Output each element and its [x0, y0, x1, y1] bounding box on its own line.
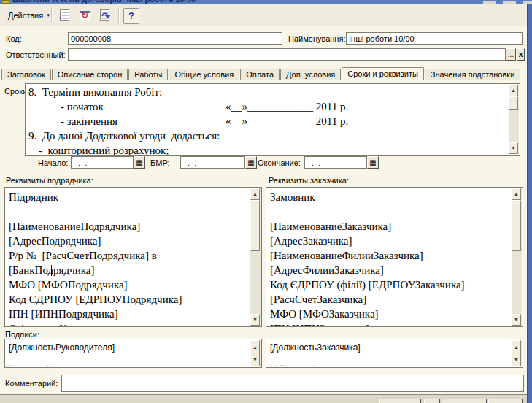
text-line: ІПН [ИПНЗаказчика] [270, 323, 511, 327]
text-line: [РасчСчетЗаказчика] [270, 293, 511, 308]
start-date-label: Начало: [38, 158, 68, 167]
comment-input[interactable] [61, 375, 524, 392]
tab-bar: Заголовок Описание сторон Работы Общие у… [1, 67, 521, 80]
app-screen: Шаблони текстів договорів: Інші роботи 1… [0, 0, 532, 403]
tab-opisanie-storon[interactable]: Описание сторон [52, 69, 128, 80]
forward-arrow-icon: ↷ [101, 10, 110, 22]
signature-left-scrollbar[interactable]: ▲ ▼ [250, 340, 261, 366]
terms-line: - закінчення [61, 115, 117, 128]
terms-scrollbar[interactable]: ▲ ▼ [509, 85, 519, 154]
signatures-label: Подписи: [5, 330, 39, 339]
end-calendar-icon[interactable]: ▦ [367, 156, 379, 169]
actions-menu-button[interactable]: Действия▼ [3, 8, 55, 23]
scroll-up-icon[interactable]: ▲ [509, 85, 518, 96]
start-calendar-icon[interactable]: ▦ [134, 156, 145, 169]
end-date-input[interactable]: . . [304, 156, 367, 169]
signature-right-scrollbar[interactable]: ▲ ▼ [512, 340, 522, 366]
text-line: . . .. — . [270, 358, 315, 368]
text-line: Свідоцтво № [9, 323, 250, 327]
terms-textarea[interactable]: 8. Терміни виконання Робіт: - початок«__… [25, 83, 520, 156]
write-button[interactable]: ↷ [96, 7, 113, 24]
name-input[interactable]: Інші роботи 10/90 [346, 32, 523, 45]
scroll-down-icon[interactable]: ▼ [250, 353, 260, 366]
end-date-label: Окончание: [258, 158, 301, 167]
scroll-down-icon[interactable]: ▼ [250, 314, 260, 326]
tab-obschie-usloviya[interactable]: Общие условия [169, 69, 239, 80]
text-caret [51, 265, 52, 276]
text-line: [НаименованиеПодрядчика] [9, 220, 250, 235]
comment-label: Комментарий: [5, 379, 58, 388]
tab-znacheniya-podstanovki[interactable]: Значения подстановки [425, 69, 520, 80]
code-label: Код: [6, 34, 22, 43]
toolbar: Действия▼ ← ↻ ↷ ? [0, 4, 527, 26]
clear-button[interactable]: x [517, 48, 525, 61]
terms-line-right: «__»____________ 2011 р. [225, 101, 348, 113]
text-line: [АдресПодрядчика] [9, 235, 250, 250]
terms-line: - початок [61, 101, 104, 113]
toolbar-separator [118, 8, 120, 23]
customer-requisites-label: Реквизиты заказчика: [269, 176, 349, 185]
text-line: [ДолжностьРуководителя] [9, 342, 115, 353]
text-line: [ДолжностьЗаказчика] [270, 342, 361, 353]
customer-textarea[interactable]: Замовник [НаименованиеЗаказчика] [АдресЗ… [266, 187, 523, 327]
scroll-up-icon[interactable]: ▲ [512, 188, 521, 200]
scroll-down-icon[interactable]: ▼ [512, 314, 521, 326]
app-icon [1, 0, 9, 4]
text-line: Підрядник [9, 191, 250, 206]
customer-text: Замовник [НаименованиеЗаказчика] [АдресЗ… [270, 191, 511, 327]
text-line: Код ЄДРПОУ [ЕДРПОУПодрядчика] [9, 293, 250, 308]
text-line: ..— . [9, 358, 49, 368]
code-input[interactable]: 000000008 [68, 32, 282, 45]
contractor-textarea[interactable]: Підрядник [НаименованиеПодрядчика] [Адре… [4, 187, 262, 327]
text-line: [АдресЗаказчика] [270, 235, 511, 250]
scroll-thumb[interactable] [512, 200, 521, 251]
start-date-input[interactable]: . . [71, 156, 134, 169]
customer-scrollbar[interactable]: ▲ ▼ [512, 188, 522, 326]
choose-button[interactable]: ... [506, 48, 516, 61]
scroll-thumb[interactable] [509, 96, 518, 110]
save-button[interactable]: Записать [442, 399, 487, 403]
tab-raboty[interactable]: Работы [128, 69, 168, 80]
go-back-button[interactable]: ← [55, 7, 73, 24]
contractor-requisites-label: Реквизиты подрядчика: [6, 176, 93, 185]
help-icon: ? [123, 8, 139, 24]
scroll-up-icon[interactable]: ▲ [250, 188, 260, 200]
tab-sroki-i-rekvizity[interactable]: Сроки и реквизиты [342, 67, 424, 80]
text-line: МФО [МФОЗаказчика] [270, 308, 511, 323]
reread-button[interactable]: ↻ [76, 7, 93, 24]
terms-line: - кошторисний розрахунок; [39, 145, 169, 156]
bmr-date-input[interactable]: . . [180, 156, 245, 169]
bmr-calendar-icon[interactable]: ▦ [245, 156, 257, 169]
text-line: Р/р № [РасчСчетПодрядчика] в [9, 250, 250, 264]
signature-right-textarea[interactable]: [ДолжностьЗаказчика] . . .. — . ▲ ▼ [266, 339, 523, 368]
window-title: Шаблони текстів договорів: Інші роботи 1… [12, 0, 196, 4]
ok-button[interactable]: ОК [424, 399, 440, 403]
name-label: Найменування: [288, 34, 345, 43]
signature-left-textarea[interactable]: [ДолжностьРуководителя] ..— . ▲ ▼ [4, 339, 262, 368]
text-line: Замовник [270, 191, 511, 206]
scroll-down-icon[interactable]: ▼ [512, 353, 521, 366]
text-line [270, 206, 511, 220]
tab-dop-usloviya[interactable]: Доп. условия [280, 69, 341, 80]
text-line: [НаименованиеЗаказчика] [270, 220, 511, 235]
responsible-input[interactable] [68, 48, 506, 61]
terms-line: 9. До даної Додаткової угоди додається: [28, 130, 220, 142]
back-arrow-icon: ← [57, 9, 68, 22]
scroll-thumb[interactable] [250, 200, 260, 251]
help-button[interactable]: ? [123, 7, 139, 23]
text-line [9, 206, 250, 220]
refresh-icon: ↻ [81, 10, 88, 20]
form-window: Действия▼ ← ↻ ↷ ? Код: 000000008 Наймену… [0, 4, 527, 403]
chevron-down-icon: ▼ [46, 13, 50, 18]
toolbar-separator [51, 8, 53, 23]
tab-oplata[interactable]: Оплата [240, 69, 280, 80]
contractor-text: Підрядник [НаименованиеПодрядчика] [Адре… [9, 191, 250, 327]
terms-line-right: «__»____________ 2011 р. [225, 115, 348, 128]
contractor-scrollbar[interactable]: ▲ ▼ [250, 188, 261, 326]
text-line: [АдресФилииЗаказчика] [270, 264, 511, 279]
text-line: ІПН [ИПНПодрядчика] [9, 308, 250, 323]
tab-zagolovok[interactable]: Заголовок [1, 69, 51, 80]
scroll-down-icon[interactable]: ▼ [509, 142, 518, 154]
print-button[interactable]: Печать [379, 399, 421, 403]
close-form-button[interactable]: Закрыть [488, 399, 523, 403]
